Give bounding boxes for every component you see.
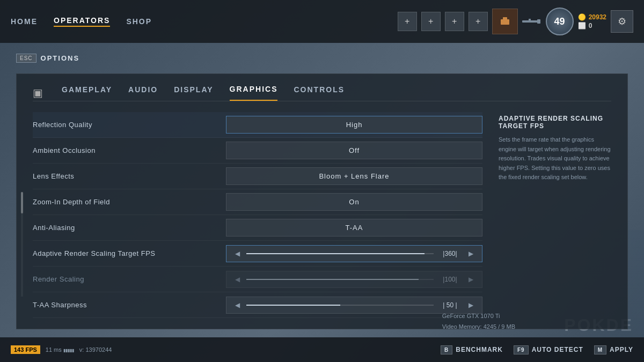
bottom-actions: B BENCHMARK F9 AUTO DETECT M APPLY: [441, 345, 633, 354]
zoom-dof-value: On: [226, 193, 482, 211]
esc-badge[interactable]: ESC: [16, 54, 36, 63]
ambient-occlusion-value: Off: [226, 142, 482, 159]
tab-graphics[interactable]: GRAPHICS: [230, 85, 278, 101]
render-scaling-slider: ◀ |100| ▶: [226, 271, 482, 288]
slot-btn-4[interactable]: +: [469, 12, 488, 31]
render-scaling-value: ◀ |100| ▶: [226, 271, 482, 288]
render-scaling-track: [246, 279, 434, 280]
render-scaling-right-arrow: ▶: [466, 276, 475, 283]
tab-display[interactable]: DISPLAY: [174, 85, 213, 100]
lens-effects-btn[interactable]: Bloom + Lens Flare: [226, 167, 482, 185]
apply-action[interactable]: M APPLY: [594, 345, 633, 354]
fps-label: FPS: [25, 346, 36, 353]
slider-left-arrow[interactable]: ◀: [233, 250, 242, 257]
tab-icon: ▣: [33, 86, 43, 99]
fps-badge: 143 FPS: [11, 345, 40, 354]
slider-right-arrow[interactable]: ▶: [466, 250, 475, 257]
nav-home[interactable]: HOME: [11, 17, 38, 26]
credits-amount: 0: [589, 22, 592, 29]
gpu-name: GeForce GTX 1070 Ti: [442, 311, 515, 322]
reflection-quality-btn[interactable]: High: [226, 116, 482, 134]
renown-icon: 🟡: [578, 13, 586, 21]
svg-rect-1: [503, 17, 507, 20]
scroll-thumb[interactable]: [21, 192, 23, 213]
adaptive-render-slider[interactable]: ◀ |360| ▶: [226, 245, 482, 262]
taa-left-arrow[interactable]: ◀: [233, 301, 242, 309]
auto-detect-action[interactable]: F9 AUTO DETECT: [514, 345, 583, 354]
taa-right-arrow[interactable]: ▶: [466, 301, 475, 309]
nav-operators[interactable]: OPERATORS: [54, 16, 110, 27]
zoom-dof-label: Zoom-In Depth of Field: [33, 194, 215, 210]
taa-fill: [246, 305, 340, 306]
level-number: 49: [554, 16, 565, 27]
render-scaling-val: |100|: [438, 276, 462, 283]
lens-effects-value: Bloom + Lens Flare: [226, 167, 482, 185]
svg-rect-2: [522, 20, 538, 23]
scroll-indicator: [21, 192, 23, 297]
slot-btn-1[interactable]: +: [398, 12, 417, 31]
adaptive-render-value: ◀ |360| ▶: [226, 245, 482, 262]
adaptive-render-fill: [246, 253, 425, 254]
auto-detect-key: F9: [514, 345, 529, 354]
svg-rect-3: [537, 19, 540, 24]
anti-aliasing-value: T-AA: [226, 219, 482, 237]
lens-effects-label: Lens Effects: [33, 168, 215, 184]
settings-list: Reflection Quality High Ambient Occlusio…: [33, 112, 482, 318]
main-content: ESC OPTIONS ▣ GAMEPLAY AUDIO DISPLAY GRA…: [0, 43, 644, 362]
taa-sharpness-label: T-AA Sharpness: [33, 297, 215, 313]
options-panel: ▣ GAMEPLAY AUDIO DISPLAY GRAPHICS CONTRO…: [16, 73, 628, 329]
zoom-dof-btn[interactable]: On: [226, 193, 482, 211]
table-row: Anti-Aliasing T-AA: [33, 215, 482, 241]
nav-shop[interactable]: SHOP: [126, 17, 152, 26]
svg-rect-4: [529, 19, 531, 20]
credits-icon: ⬜: [578, 22, 586, 29]
ms-stat: 11 ms ▮▮▮▮▮: [46, 346, 74, 353]
content-area: Reflection Quality High Ambient Occlusio…: [33, 112, 611, 318]
gpu-memory-label: Video Memory:: [442, 323, 482, 330]
tab-controls[interactable]: CONTROLS: [294, 85, 345, 100]
slot-btn-3[interactable]: +: [445, 12, 464, 31]
esc-label: ESC: [20, 55, 33, 61]
render-scaling-left-arrow: ◀: [233, 276, 242, 283]
benchmark-action[interactable]: B BENCHMARK: [441, 345, 503, 354]
credits-row: ⬜ 0: [578, 22, 606, 29]
settings-button[interactable]: ⚙: [611, 10, 633, 33]
bottom-bar: 143 FPS 11 ms ▮▮▮▮▮ v: 13970244 B BENCHM…: [0, 337, 644, 362]
renown-row: 🟡 20932: [578, 13, 606, 21]
renown-amount: 20932: [589, 13, 606, 21]
ambient-occlusion-btn[interactable]: Off: [226, 142, 482, 159]
benchmark-label: BENCHMARK: [456, 346, 503, 353]
benchmark-key: B: [441, 345, 452, 354]
table-row: Adaptive Render Scaling Target FPS ◀ |36…: [33, 241, 482, 267]
table-row: Zoom-In Depth of Field On: [33, 189, 482, 215]
table-row: T-AA Sharpness ◀ | 50 | ▶: [33, 292, 482, 318]
operator-weapon-icon: [522, 12, 541, 31]
anti-aliasing-btn[interactable]: T-AA: [226, 219, 482, 237]
topbar-right: + + + + 49 🟡 20932 ⬜ 0 ⚙: [398, 8, 633, 35]
adaptive-render-label: Adaptive Render Scaling Target FPS: [33, 245, 215, 262]
options-bar: ESC OPTIONS: [16, 54, 628, 63]
version-stat: v: 13970244: [79, 346, 112, 353]
tab-audio[interactable]: AUDIO: [128, 85, 158, 100]
currency-block: 🟡 20932 ⬜ 0: [578, 13, 606, 29]
taa-val: | 50 |: [438, 301, 462, 309]
tab-gameplay[interactable]: GAMEPLAY: [62, 85, 112, 100]
anti-aliasing-label: Anti-Aliasing: [33, 219, 215, 236]
apply-label: APPLY: [610, 346, 633, 353]
ambient-occlusion-label: Ambient Occlusion: [33, 142, 215, 159]
auto-detect-label: AUTO DETECT: [532, 346, 583, 353]
gpu-memory: Video Memory: 4245 / 9 MB: [442, 322, 515, 333]
info-text: Sets the frame rate that the graphics en…: [499, 135, 611, 182]
table-row: Lens Effects Bloom + Lens Flare: [33, 164, 482, 189]
options-breadcrumb: OPTIONS: [41, 54, 80, 62]
level-badge: 49: [546, 8, 574, 35]
operator-icon: [492, 9, 518, 34]
table-row: Reflection Quality High: [33, 112, 482, 138]
gpu-memory-used: 4245: [484, 323, 496, 330]
slot-btn-2[interactable]: +: [421, 12, 441, 31]
adaptive-render-val: |360|: [438, 250, 462, 257]
ms-value: 11 ms: [46, 346, 62, 353]
tabs-bar: ▣ GAMEPLAY AUDIO DISPLAY GRAPHICS CONTRO…: [33, 85, 611, 101]
gpu-memory-total: 9 MB: [501, 323, 515, 330]
table-row: Ambient Occlusion Off: [33, 138, 482, 164]
